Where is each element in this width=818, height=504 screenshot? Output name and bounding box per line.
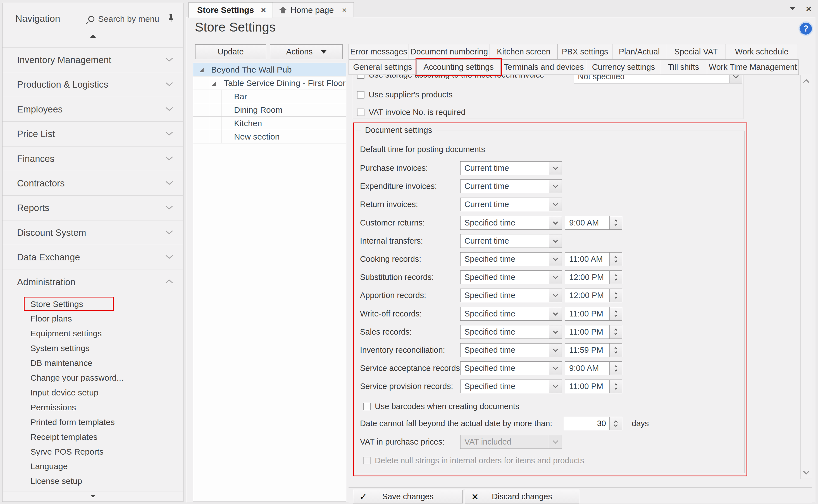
search-input[interactable]: Search by menu [88,14,159,24]
chevron-down-icon[interactable] [549,162,562,175]
spinner-buttons[interactable] [609,344,622,357]
sidebar-group-employees[interactable]: Employees [3,97,183,121]
update-button[interactable]: Update [195,44,266,59]
sidebar-group-inventory-management[interactable]: Inventory Management [3,47,183,72]
close-icon[interactable]: × [806,4,812,13]
chevron-down-icon[interactable] [549,289,562,302]
sidebar-group-discount-system[interactable]: Discount System [3,220,183,245]
time-spinner[interactable]: 11:00 PM [565,307,622,321]
vat-invoice-row[interactable]: VAT invoice No. is required [357,108,466,117]
storage-checkbox[interactable] [357,75,364,79]
spinner-buttons[interactable] [609,289,622,302]
date-limit-input[interactable]: 30 [564,417,622,430]
time-spinner[interactable]: 12:00 PM [565,270,622,284]
sidebar-item-change-your-password[interactable]: Change your password... [3,371,183,385]
sidebar-item-syrve-pos-reports[interactable]: Syrve POS Reports [3,444,183,459]
chevron-down-icon[interactable] [549,180,562,193]
time-mode-dropdown[interactable]: Specified time [460,289,562,302]
time-mode-dropdown[interactable]: Specified time [460,252,562,266]
time-mode-dropdown[interactable]: Specified time [460,343,562,357]
time-spinner[interactable]: 11:00 AM [565,252,622,266]
tab-list-dropdown-icon[interactable] [790,7,795,10]
settings-tab-error-messages[interactable]: Error messages [349,44,409,59]
sidebar-item-system-settings[interactable]: System settings [3,341,183,356]
sidebar-group-finances[interactable]: Finances [3,146,183,171]
settings-tab-document-numbering[interactable]: Document numbering [409,44,490,59]
sidebar-item-floor-plans[interactable]: Floor plans [3,311,183,326]
time-spinner[interactable]: 9:00 AM [565,361,622,375]
help-icon[interactable]: ? [799,22,812,35]
settings-tab-work-schedule[interactable]: Work schedule [726,44,798,59]
settings-tab-pbx-settings[interactable]: PBX settings [557,44,612,59]
time-mode-dropdown[interactable]: Specified time [460,325,562,339]
spinner-buttons[interactable] [609,307,622,320]
settings-tab-special-vat[interactable]: Special VAT [666,44,726,59]
settings-tab-currency-settings[interactable]: Currency settings [587,59,660,75]
spinner-buttons[interactable] [609,380,622,393]
chevron-down-icon[interactable] [549,216,562,229]
sidebar-item-language[interactable]: Language [3,459,183,474]
tree-node-new-section[interactable]: New section [193,130,346,143]
sidebar-item-db-maintenance[interactable]: DB maintenance [3,356,183,371]
expand-triangle-icon[interactable] [199,68,203,72]
sidebar-group-price-list[interactable]: Price List [3,121,183,146]
supplier-products-checkbox[interactable] [357,91,364,99]
discard-changes-button[interactable]: × Discard changes [465,490,579,503]
time-spinner[interactable]: 11:00 PM [565,325,622,339]
supplier-products-row[interactable]: Use supplier's products [357,90,453,99]
settings-tab-terminals-and-devices[interactable]: Terminals and devices [500,59,587,75]
time-spinner[interactable]: 12:00 PM [565,289,622,302]
settings-tab-general-settings[interactable]: General settings [349,59,417,75]
chevron-down-icon[interactable] [549,253,562,266]
pin-icon[interactable] [167,14,175,24]
tab-close-icon[interactable]: × [261,6,266,14]
time-mode-dropdown[interactable]: Specified time [460,380,562,393]
time-mode-dropdown[interactable]: Specified time [460,270,562,284]
settings-tab-till-shifts[interactable]: Till shifts [660,59,707,75]
sidebar-item-receipt-templates[interactable]: Receipt templates [3,429,183,444]
time-mode-dropdown[interactable]: Current time [460,198,562,211]
tree-node-bar[interactable]: Bar [193,90,346,103]
chevron-down-icon[interactable] [549,380,562,393]
time-mode-dropdown[interactable]: Current time [460,161,562,175]
time-mode-dropdown[interactable]: Specified time [460,361,562,375]
spinner-buttons[interactable] [609,271,622,284]
settings-tab-plan-actual[interactable]: Plan/Actual [612,44,666,59]
vat-invoice-checkbox[interactable] [357,109,364,116]
sidebar-item-printed-form-templates[interactable]: Printed form templates [3,415,183,429]
sidebar-item-input-device-setup[interactable]: Input device setup [3,385,183,400]
expand-triangle-icon[interactable] [212,81,216,86]
scrollbar-down-icon[interactable] [801,470,812,475]
barcodes-checkbox[interactable] [363,403,371,410]
chevron-down-icon[interactable] [549,198,562,211]
spinner-buttons[interactable] [609,417,622,430]
sidebar-item-store-settings[interactable]: Store Settings [3,297,183,311]
time-spinner[interactable]: 9:00 AM [565,216,622,230]
sidebar-item-license-setup[interactable]: License setup [3,474,183,489]
chevron-down-icon[interactable] [549,271,562,284]
actions-button[interactable]: Actions [270,44,343,59]
tree-node-beyond-the-wall-pub[interactable]: Beyond The Wall Pub [193,63,346,76]
time-spinner[interactable]: 11:00 PM [565,380,622,393]
chevron-down-icon[interactable] [729,75,742,83]
sidebar-group-contractors[interactable]: Contractors [3,171,183,195]
scrollbar-up-icon[interactable] [801,79,812,83]
sidebar-item-equipment-settings[interactable]: Equipment settings [3,326,183,341]
save-changes-button[interactable]: ✓ Save changes [353,490,463,503]
settings-tab-work-time-management[interactable]: Work Time Management [707,59,799,75]
sidebar-item-permissions[interactable]: Permissions [3,400,183,415]
time-mode-dropdown[interactable]: Current time [460,234,562,248]
tree-node-table-service-dining-first-floor[interactable]: Table Service Dining - First Floor [193,76,346,90]
barcodes-row[interactable]: Use barcodes when creating documents [363,402,519,411]
storage-dropdown[interactable]: Not specified [573,75,742,83]
time-spinner[interactable]: 11:59 PM [565,343,622,357]
spinner-buttons[interactable] [609,216,622,229]
time-mode-dropdown[interactable]: Specified time [460,216,562,230]
tree-node-dining-room[interactable]: Dining Room [193,103,346,117]
settings-tab-kitchen-screen[interactable]: Kitchen screen [490,44,558,59]
spinner-buttons[interactable] [609,253,622,266]
tab-store-settings[interactable]: Store Settings × [188,2,273,18]
tree-node-kitchen[interactable]: Kitchen [193,117,346,130]
tab-close-icon[interactable]: × [342,6,347,14]
spinner-buttons[interactable] [609,325,622,339]
